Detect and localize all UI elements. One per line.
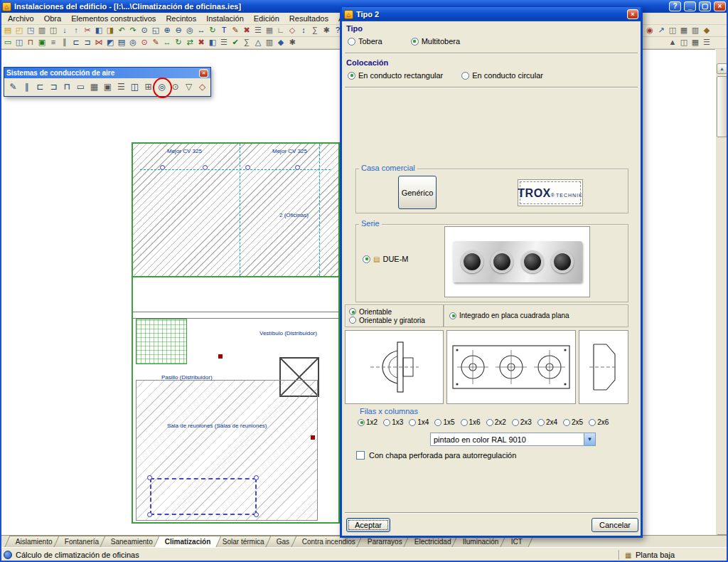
undo-icon[interactable]: ↶ (116, 25, 127, 36)
window-icon[interactable]: ◫ (667, 25, 678, 36)
menu-item[interactable]: Elementos constructivos (66, 14, 161, 23)
filas-option[interactable]: 2x2 (486, 418, 506, 426)
duct-draw-icon[interactable]: ✎ (7, 81, 19, 93)
beam-icon[interactable]: ≡ (48, 37, 59, 48)
filas-option[interactable]: 1x6 (461, 418, 481, 426)
zoom-window-icon[interactable]: ◱ (150, 25, 161, 36)
grille-lineal-icon[interactable]: ▦ (88, 81, 100, 93)
colocacion-option[interactable]: En conducto rectangular (348, 71, 443, 80)
tab[interactable]: Climatización (154, 536, 222, 547)
chart-icon[interactable]: △ (252, 37, 264, 48)
plenum-icon[interactable]: ◫ (129, 81, 141, 93)
menu-item[interactable]: Edición (249, 14, 284, 23)
sensor-icon[interactable]: ⊙ (139, 37, 150, 48)
export-view-icon[interactable]: ↗ (655, 25, 667, 36)
diffuser-icon[interactable]: ◎ (127, 37, 139, 48)
filas-option[interactable]: 1x3 (383, 418, 403, 426)
printer2-icon[interactable]: ▥ (690, 25, 701, 36)
copy-icon[interactable]: ◧ (93, 25, 105, 36)
filas-option[interactable]: 2x3 (512, 418, 532, 426)
brand-trox-button[interactable]: TROX®TECHNIK (518, 179, 583, 206)
diffuser-square-icon[interactable]: ▣ (102, 81, 114, 93)
sum-icon[interactable]: ∑ (309, 25, 321, 36)
column-icon[interactable]: ∥ (59, 37, 70, 48)
filas-option[interactable]: 1x2 (358, 418, 378, 426)
vertical-scrollbar[interactable]: ▲ ▼ (715, 49, 728, 547)
tipo-option[interactable]: Multitobera (411, 37, 460, 46)
colocacion-option[interactable]: En conducto circular (461, 71, 543, 80)
orientation-option[interactable]: Orientable y giratoria (349, 317, 425, 324)
duplicate-icon[interactable]: ◧ (207, 37, 218, 48)
pipe-icon[interactable]: ⊐ (82, 37, 93, 48)
text-icon[interactable]: T (218, 25, 230, 36)
pages-icon[interactable]: ◫ (678, 37, 690, 48)
settings-icon[interactable]: ✱ (287, 37, 298, 48)
duct-parallel-icon[interactable]: ∥ (21, 81, 33, 93)
damper-icon[interactable]: ◇ (196, 81, 208, 93)
grid-icon[interactable]: ▦ (264, 25, 275, 36)
view3d-icon[interactable]: ◆ (275, 37, 287, 48)
export-icon[interactable]: ↑ (70, 25, 82, 36)
diffuser-round-icon[interactable]: ⊙ (169, 81, 181, 93)
filas-option[interactable]: 2x6 (589, 418, 609, 426)
extract-valve-icon[interactable]: ▽ (183, 81, 195, 93)
scroll-up-icon[interactable]: ▲ (667, 37, 678, 48)
redo-icon[interactable]: ↷ (127, 25, 139, 36)
measure-icon[interactable]: ↕ (298, 25, 309, 36)
close-button[interactable]: × (714, 1, 726, 11)
room-icon[interactable]: ▣ (36, 37, 48, 48)
close-icon[interactable]: × (627, 9, 638, 19)
grid2-icon[interactable]: ▦ (690, 37, 701, 48)
mounting-option[interactable]: Integrado en placa cuadrada plana (449, 312, 569, 319)
cut-icon[interactable]: ✂ (82, 25, 93, 36)
menu-icon[interactable]: ☰ (701, 37, 712, 48)
menu-item[interactable]: Obra (39, 14, 66, 23)
print-preview-icon[interactable]: ◫ (48, 25, 59, 36)
help-button[interactable]: ? (669, 1, 681, 11)
check-icon[interactable]: ✔ (230, 37, 241, 48)
zoom-out-icon[interactable]: ⊖ (173, 25, 184, 36)
perforated-checkbox-row[interactable]: Con chapa perforada para autorregulación (356, 451, 516, 460)
nozzle-icon[interactable]: ◎ (156, 81, 168, 93)
duct-segment-icon[interactable]: ▭ (75, 81, 87, 93)
orientation-option[interactable]: Orientable (349, 308, 425, 316)
pan-icon[interactable]: ↔ (196, 25, 207, 36)
ortho-icon[interactable]: ∟ (275, 25, 287, 36)
print-icon[interactable]: ▥ (36, 25, 48, 36)
duct-branch-icon[interactable]: ⊓ (61, 81, 73, 93)
wall-icon[interactable]: ▭ (2, 37, 14, 48)
accept-button[interactable]: Aceptar (346, 518, 390, 532)
scroll-thumb[interactable] (717, 76, 727, 137)
annotate-icon[interactable]: ✎ (150, 37, 161, 48)
serie-option-due-m[interactable]: ▤ DUE-M (363, 255, 409, 263)
new-file-icon[interactable]: ▤ (2, 25, 14, 36)
pin-icon[interactable]: ◆ (701, 25, 712, 36)
delete-icon[interactable]: ✖ (196, 37, 207, 48)
minimize-button[interactable]: _ (684, 1, 696, 11)
toolbar-title-bar[interactable]: Sistemas de conducción de aire × (4, 68, 210, 78)
menu-item[interactable]: Recintos (161, 14, 201, 23)
door-icon[interactable]: ⊓ (25, 37, 36, 48)
menu-item[interactable]: Archivo (3, 14, 39, 23)
options-icon[interactable]: ✱ (321, 25, 332, 36)
import-icon[interactable]: ↓ (59, 25, 70, 36)
color-select[interactable]: pintado en color RAL 9010 ▼ (430, 433, 596, 446)
filas-option[interactable]: 1x5 (434, 418, 454, 426)
tipo2-title-bar[interactable]: ⌂ Tipo 2 × (342, 7, 641, 21)
zoom-extents-icon[interactable]: ◎ (184, 25, 196, 36)
filas-option[interactable]: 1x4 (409, 418, 429, 426)
table-icon[interactable]: ▦ (678, 25, 690, 36)
duct-start-icon[interactable]: ⊏ (34, 81, 46, 93)
window-element-icon[interactable]: ◫ (14, 37, 25, 48)
close-icon[interactable]: × (199, 69, 208, 78)
erase-icon[interactable]: ✖ (241, 25, 252, 36)
move-icon[interactable]: ↔ (161, 37, 173, 48)
grille-retorno-icon[interactable]: ☰ (115, 81, 127, 93)
valve-icon[interactable]: ⋈ (93, 37, 105, 48)
list-icon[interactable]: ☰ (218, 37, 230, 48)
filas-option[interactable]: 2x4 (537, 418, 557, 426)
redraw-icon[interactable]: ↻ (207, 25, 218, 36)
open-file-icon[interactable]: ◰ (14, 25, 25, 36)
report-icon[interactable]: ▥ (264, 37, 275, 48)
mirror-icon[interactable]: ⇄ (184, 37, 196, 48)
